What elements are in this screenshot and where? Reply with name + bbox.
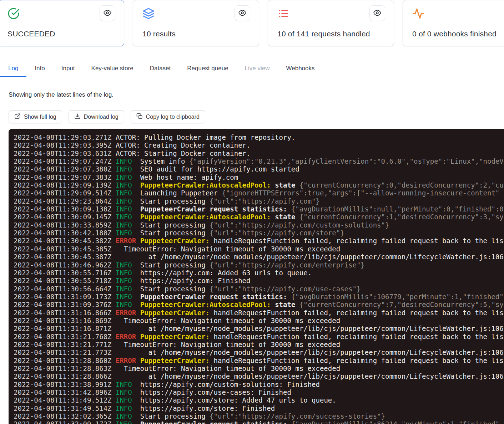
log-line: 2022-04-08T11:31:21.773Z at /home/myuser… [14, 348, 504, 356]
log-line: 2022-04-08T11:31:49.514Z INFO https://ap… [14, 404, 504, 412]
log-line: 2022-04-08T11:31:09.173Z INFO PuppeteerC… [14, 293, 504, 301]
eye-icon [238, 9, 246, 18]
log-line: 2022-04-08T11:31:28.866Z at /home/myuser… [14, 372, 504, 380]
button-label: Show full log [24, 114, 56, 120]
log-line: 2022-04-08T11:31:28.860Z ERROR Puppeteer… [14, 357, 504, 364]
requests-card-preview-button[interactable] [369, 5, 385, 21]
log-line: 2022-04-08T11:30:46.962Z INFO Start proc… [14, 261, 504, 269]
log-line: 2022-04-08T11:30:09.145Z INFO PuppeteerC… [14, 213, 504, 221]
show-full-log-button[interactable]: Show full log [9, 110, 62, 123]
log-line: 2022-04-08T11:30:55.718Z INFO https://ap… [14, 277, 504, 285]
log-line: 2022-04-08T11:32:02.365Z INFO Start proc… [14, 412, 504, 420]
log-line: 2022-04-08T11:31:16.869Z TimeoutError: N… [14, 317, 504, 325]
tab-log[interactable]: Log [0, 60, 26, 77]
tab-request-queue[interactable]: Request queue [179, 60, 236, 77]
card-label: SUCCEEDED [7, 30, 55, 38]
log-line: 2022-04-08T11:31:49.512Z INFO https://ap… [14, 396, 504, 404]
log-line: 2022-04-08T11:30:45.387Z at /home/myuser… [14, 253, 504, 261]
log-line: 2022-04-08T11:29:03.271Z ACTOR: Pulling … [14, 133, 504, 141]
log-line: 2022-04-08T11:31:42.896Z INFO https://ap… [14, 388, 504, 396]
log-line: 2022-04-08T11:29:09.514Z INFO Launching … [14, 189, 504, 197]
tab-dataset[interactable]: Dataset [142, 60, 179, 77]
log-line: 2022-04-08T11:30:55.716Z INFO https://ap… [14, 269, 504, 277]
log-line: 2022-04-08T11:31:38.991Z INFO https://ap… [14, 380, 504, 388]
results-card: 10 results [133, 0, 259, 46]
log-notice: Showing only the latest lines of the log… [9, 91, 114, 98]
external-link-icon [14, 113, 21, 121]
card-label: 0 of 0 webhooks finished [412, 30, 497, 38]
activity-icon [412, 7, 425, 20]
log-line: 2022-04-08T11:29:07.383Z INFO Web host n… [14, 173, 504, 181]
log-line: 2022-04-08T11:29:07.247Z INFO System inf… [14, 157, 504, 165]
tab-info[interactable]: Info [26, 60, 53, 77]
stats-cards-row: SUCCEEDED10 results10 of 141 requests ha… [0, 0, 504, 47]
log-line: 2022-04-08T11:29:03.631Z ACTOR: Starting… [14, 149, 504, 157]
requests-card: 10 of 141 requests handled [268, 0, 394, 46]
tab-key-value-store[interactable]: Key-value store [83, 60, 142, 77]
tab-live-view[interactable]: Live view [237, 60, 278, 77]
log-line: 2022-04-08T11:31:09.376Z INFO PuppeteerC… [14, 301, 504, 308]
log-line: 2022-04-08T11:29:03.395Z ACTOR: Creating… [14, 141, 504, 149]
list-icon [277, 7, 290, 20]
copy-log-to-clipboard-button[interactable]: Copy log to clipboard [131, 110, 205, 123]
log-line: 2022-04-08T11:30:56.664Z INFO Start proc… [14, 285, 504, 293]
log-line: 2022-04-08T11:31:21.771Z TimeoutError: N… [14, 341, 504, 348]
webhooks-card: 0 of 0 webhooks finished [403, 0, 504, 46]
results-card-preview-button[interactable] [235, 5, 250, 21]
status-card: SUCCEEDED [0, 0, 124, 46]
log-line: 2022-04-08T11:29:07.380Z INFO SEO audit … [14, 165, 504, 173]
log-line: 2022-04-08T11:31:16.871Z at /home/myuser… [14, 325, 504, 332]
copy-icon [136, 113, 143, 121]
log-line: 2022-04-08T11:30:42.188Z INFO Start proc… [14, 229, 504, 237]
log-line: 2022-04-08T11:29:09.139Z INFO PuppeteerC… [14, 181, 504, 189]
log-line: 2022-04-08T11:32:09.172Z INFO PuppeteerC… [14, 420, 504, 424]
log-line: 2022-04-08T11:31:28.863Z TimeoutError: N… [14, 364, 504, 372]
log-line: 2022-04-08T11:30:45.385Z TimeoutError: N… [14, 245, 504, 253]
eye-icon [373, 9, 381, 18]
tab-bar: LogInfoInputKey-value storeDatasetReques… [0, 60, 504, 77]
log-line: 2022-04-08T11:30:33.859Z INFO Start proc… [14, 221, 504, 229]
card-label: 10 of 141 requests handled [277, 30, 370, 38]
button-label: Download log [84, 114, 119, 120]
log-line: 2022-04-08T11:31:16.866Z ERROR Puppeteer… [14, 309, 504, 317]
log-line: 2022-04-08T11:30:45.382Z ERROR Puppeteer… [14, 237, 504, 245]
card-label: 10 results [142, 30, 176, 38]
check-circle-icon [7, 7, 20, 20]
layers-icon [142, 7, 155, 20]
log-line: 2022-04-08T11:29:23.864Z INFO Start proc… [14, 197, 504, 205]
tab-webhooks[interactable]: Webhooks [278, 60, 323, 77]
log-line: 2022-04-08T11:31:21.768Z ERROR Puppeteer… [14, 333, 504, 341]
status-card-preview-button[interactable] [100, 5, 115, 21]
download-log-button[interactable]: Download log [69, 110, 124, 123]
tab-input[interactable]: Input [53, 60, 83, 77]
eye-icon [104, 9, 111, 18]
button-label: Copy log to clipboard [146, 114, 200, 120]
log-line: 2022-04-08T11:30:09.138Z INFO PuppeteerC… [14, 205, 504, 213]
log-actions: Show full logDownload logCopy log to cli… [9, 110, 205, 123]
actor-run-detail-page: SUCCEEDED10 results10 of 141 requests ha… [0, 0, 504, 424]
log-terminal[interactable]: 2022-04-08T11:29:03.271Z ACTOR: Pulling … [9, 129, 504, 424]
download-icon [74, 113, 81, 121]
